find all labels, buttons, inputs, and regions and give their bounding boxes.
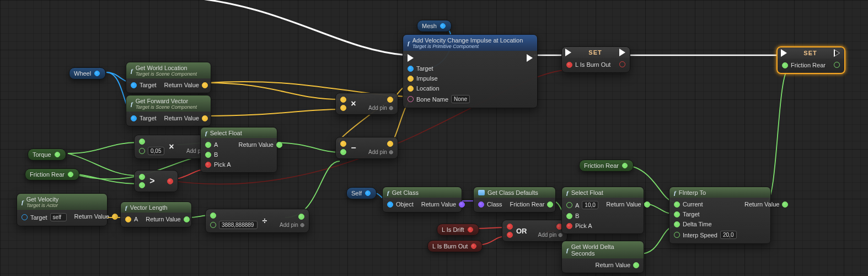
node-set-burnout[interactable]: SET L Is Burn Out — [561, 46, 630, 73]
add-pin-button[interactable]: Add pin⊕ — [280, 222, 304, 228]
pin-in-a[interactable] — [139, 139, 145, 145]
node-get-velocity[interactable]: f Get Velocity Target is Actor Targetsel… — [17, 193, 108, 226]
pin-value-in[interactable]: L Is Burn Out — [566, 61, 610, 68]
pin-pick-a[interactable]: Pick A — [566, 222, 592, 229]
node-boolean-or[interactable]: OR Add pin⊕ — [502, 220, 567, 242]
pin-return-value[interactable]: Return Value — [596, 262, 639, 268]
self-box[interactable]: self — [50, 213, 67, 221]
pin-return-value[interactable]: Return Value — [744, 201, 788, 208]
pin-out-bool[interactable] — [468, 227, 473, 232]
pin-friction-rear-out[interactable]: Friction Rear — [510, 201, 554, 208]
pin-exec-out[interactable] — [527, 54, 533, 62]
pin-a[interactable]: A — [125, 216, 138, 222]
variable-get-self[interactable]: Self — [346, 187, 377, 199]
literal-input[interactable]: 20,0 — [720, 231, 737, 239]
pin-out[interactable] — [387, 141, 393, 147]
pin-interp-speed[interactable]: Interp Speed20,0 — [674, 231, 737, 239]
node-header[interactable]: Get Class Defaults — [474, 187, 555, 198]
node-subtract-vector[interactable]: − Add pin⊕ — [335, 137, 398, 159]
node-header[interactable]: f Get World Location Target is Scene Com… — [126, 62, 211, 78]
pin-target[interactable]: Target — [131, 82, 157, 88]
variable-get-friction-rear[interactable]: Friction Rear — [25, 168, 79, 181]
pin-delta-time[interactable]: Delta Time — [674, 221, 712, 227]
pin-out-obj[interactable] — [440, 23, 446, 29]
pin-return-value[interactable]: Return Value — [164, 82, 208, 88]
pin-out-bool[interactable] — [471, 243, 476, 249]
variable-get-l-is-drift[interactable]: L Is Drift — [437, 224, 479, 236]
pin-pick-a[interactable]: Pick A — [205, 161, 231, 168]
pin-in-a[interactable] — [139, 174, 145, 180]
node-vector-length[interactable]: f Vector Length A Return Value — [120, 201, 192, 227]
pin-return-value[interactable]: Return Value — [74, 213, 118, 220]
pin-object[interactable]: Object — [387, 201, 414, 208]
pin-out[interactable] — [387, 97, 393, 103]
node-select-float-2[interactable]: f Select Float A10,0 B Pick A Return Val… — [561, 187, 644, 234]
pin-return-value[interactable]: Return Value — [239, 141, 282, 148]
variable-get-mesh[interactable]: Mesh — [417, 20, 452, 32]
node-select-float-1[interactable]: f Select Float A B Pick A Return Value — [200, 127, 277, 173]
node-add-velocity-change-impulse[interactable]: f Add Velocity Change Impulse at Locatio… — [403, 34, 538, 108]
pin-out-bool[interactable] — [167, 178, 173, 184]
node-get-world-location[interactable]: f Get World Location Target is Scene Com… — [126, 62, 211, 93]
bone-name-input[interactable]: None — [451, 95, 470, 103]
pin-value-in[interactable]: Friction Rear — [782, 62, 826, 68]
pin-out-float[interactable] — [622, 163, 628, 168]
add-pin-button[interactable]: Add pin⊕ — [368, 105, 393, 111]
variable-get-friction-rear-2[interactable]: Friction Rear — [579, 160, 634, 172]
pin-in-bot[interactable] — [340, 149, 346, 155]
pin-in-a[interactable] — [210, 213, 216, 219]
pin-out-float[interactable] — [55, 152, 60, 157]
pin-current[interactable]: Current — [674, 201, 703, 208]
pin-bone-name[interactable]: Bone NameNone — [408, 95, 470, 103]
node-header[interactable]: f Select Float — [562, 187, 644, 198]
add-pin-button[interactable]: Add pin⊕ — [368, 149, 393, 155]
pin-in-top[interactable] — [340, 97, 346, 103]
node-header[interactable]: f Select Float — [201, 128, 277, 138]
pin-b[interactable]: B — [205, 151, 218, 158]
pin-exec-in[interactable] — [565, 49, 571, 56]
pin-a[interactable]: A10,0 — [566, 201, 598, 209]
node-header[interactable]: f Add Velocity Change Impulse at Locatio… — [403, 35, 537, 51]
pin-in-bot[interactable] — [340, 105, 346, 111]
variable-get-l-is-burn-out[interactable]: L Is Burn Out — [427, 240, 483, 252]
variable-get-torque[interactable]: Torque — [28, 148, 66, 161]
pin-out-float[interactable] — [68, 172, 73, 177]
pin-in-target[interactable]: Target — [674, 211, 700, 217]
pin-out-obj[interactable] — [365, 190, 371, 196]
node-get-forward-vector[interactable]: f Get Forward Vector Target is Scene Com… — [126, 95, 211, 126]
pin-b[interactable]: B — [566, 213, 579, 219]
pin-exec-out[interactable] — [834, 49, 840, 57]
literal-input[interactable]: 3888,888889 — [219, 221, 258, 229]
pin-out-obj[interactable] — [94, 71, 100, 76]
node-get-class-defaults[interactable]: Get Class Defaults Class Friction Rear — [473, 187, 556, 213]
pin-in-b[interactable] — [139, 182, 145, 188]
pin-exec-out[interactable] — [619, 49, 625, 56]
pin-a[interactable]: A — [205, 141, 218, 148]
node-divide-float[interactable]: 3888,888889 ÷ Add pin⊕ — [205, 209, 309, 233]
pin-location[interactable]: Location — [408, 85, 440, 92]
add-pin-button[interactable]: Add pin⊕ — [538, 232, 563, 238]
pin-in-b[interactable]: 3888,888889 — [210, 221, 258, 229]
pin-in-top[interactable] — [340, 141, 346, 147]
pin-value-out[interactable] — [834, 62, 840, 68]
pin-return-value[interactable]: Return Value — [146, 216, 189, 222]
node-multiply-vector[interactable]: × Add pin⊕ — [335, 93, 398, 115]
node-header[interactable]: f Get Forward Vector Target is Scene Com… — [126, 95, 211, 112]
pin-target[interactable]: Target — [131, 115, 157, 121]
node-set-friction-rear[interactable]: SET Friction Rear — [776, 46, 845, 74]
node-greater-than[interactable]: > — [134, 170, 178, 192]
pin-impulse[interactable]: Impulse — [408, 75, 438, 82]
node-get-class[interactable]: f Get Class Object Return Value — [382, 187, 462, 213]
node-header[interactable]: f Get Velocity Target is Actor — [17, 194, 107, 210]
pin-return-value[interactable]: Return Value — [606, 201, 650, 208]
pin-in-b[interactable] — [507, 232, 513, 238]
pin-return-value[interactable]: Return Value — [421, 201, 465, 208]
literal-input[interactable]: 10,0 — [582, 201, 598, 209]
pin-class[interactable]: Class — [478, 201, 502, 208]
node-header[interactable]: f Get World Delta Seconds — [562, 241, 644, 258]
node-get-world-delta-seconds[interactable]: f Get World Delta Seconds Return Value — [561, 241, 644, 273]
node-header[interactable]: f Vector Length — [121, 202, 191, 213]
pin-in-b[interactable]: 0,05 — [139, 147, 164, 155]
variable-get-wheel[interactable]: Wheel — [69, 67, 106, 79]
pin-return-value[interactable]: Return Value — [164, 115, 208, 121]
